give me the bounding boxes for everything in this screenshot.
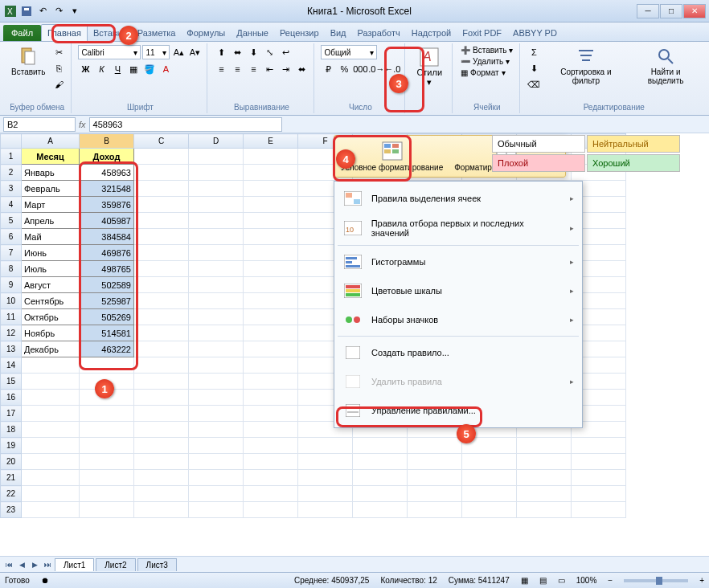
maximize-button[interactable]: □	[660, 4, 682, 18]
cell[interactable]	[22, 422, 80, 438]
cut-icon[interactable]: ✂	[51, 45, 66, 59]
cell[interactable]	[189, 197, 244, 213]
align-middle-icon[interactable]: ⬌	[230, 45, 244, 59]
row-header[interactable]: 1	[1, 149, 22, 165]
cell[interactable]: Доход	[80, 149, 134, 165]
row-header[interactable]: 9	[1, 277, 22, 293]
shrink-font-icon[interactable]: A▾	[187, 45, 202, 59]
save-icon[interactable]	[19, 4, 34, 18]
menu-color-scales[interactable]: Цветовые шкалы▸	[334, 276, 582, 305]
cell[interactable]	[298, 454, 353, 470]
cell[interactable]	[134, 502, 189, 518]
cell[interactable]	[134, 277, 189, 293]
name-box[interactable]: B2	[3, 117, 76, 132]
cell[interactable]	[189, 470, 244, 486]
cell[interactable]: Июль	[22, 261, 80, 277]
cell[interactable]	[244, 502, 298, 518]
cell[interactable]	[189, 181, 244, 197]
cell[interactable]	[134, 197, 189, 213]
cell[interactable]	[244, 293, 298, 309]
cell[interactable]	[408, 486, 462, 502]
row-header[interactable]: 19	[1, 438, 22, 454]
font-color-icon[interactable]: A	[158, 62, 173, 76]
percent-icon[interactable]: %	[337, 62, 351, 76]
decrease-indent-icon[interactable]: ⇤	[262, 62, 277, 76]
select-all-corner[interactable]	[1, 134, 22, 149]
cell[interactable]: Октябрь	[22, 309, 80, 325]
cell[interactable]	[244, 357, 298, 374]
cell[interactable]	[408, 454, 462, 470]
cell[interactable]	[517, 470, 572, 486]
cell[interactable]	[189, 165, 244, 181]
cell[interactable]	[572, 486, 626, 502]
cell[interactable]: Декабрь	[22, 341, 80, 357]
cell[interactable]	[134, 438, 189, 454]
row-header[interactable]: 7	[1, 245, 22, 261]
cell[interactable]	[244, 181, 298, 197]
tab-foxit[interactable]: Foxit PDF	[457, 25, 507, 41]
format-painter-icon[interactable]: 🖌	[51, 77, 66, 92]
redo-icon[interactable]: ↷	[51, 4, 66, 18]
cell[interactable]	[244, 422, 298, 438]
row-header[interactable]: 21	[1, 470, 22, 486]
cell[interactable]	[22, 454, 80, 470]
styles-button[interactable]: A Стили ▾	[412, 45, 447, 89]
cell[interactable]	[80, 470, 134, 486]
cell[interactable]	[572, 438, 626, 454]
comma-icon[interactable]: 000	[353, 62, 367, 76]
row-header[interactable]: 15	[1, 374, 22, 390]
cell[interactable]	[22, 357, 80, 374]
cell[interactable]	[189, 341, 244, 357]
cell[interactable]	[134, 229, 189, 245]
menu-highlight-cells[interactable]: Правила выделения ячеек▸	[334, 184, 582, 213]
currency-icon[interactable]: ₽	[321, 62, 335, 76]
cell[interactable]	[22, 406, 80, 422]
cell[interactable]: 405987	[80, 213, 134, 229]
sheet-nav-first[interactable]: ⏮	[3, 559, 14, 570]
cell[interactable]: Сентябрь	[22, 293, 80, 309]
tab-data[interactable]: Данные	[231, 25, 274, 41]
cell[interactable]: 463222	[80, 341, 134, 357]
align-right-icon[interactable]: ≡	[246, 62, 260, 76]
tab-view[interactable]: Вид	[325, 25, 352, 41]
tab-addins[interactable]: Надстрой	[406, 25, 457, 41]
menu-clear-rules[interactable]: Удалить правила▸	[334, 367, 582, 396]
cell[interactable]	[134, 390, 189, 406]
cell[interactable]	[80, 357, 134, 374]
col-header-b[interactable]: B	[80, 134, 134, 149]
cell[interactable]	[189, 149, 244, 165]
cell[interactable]	[134, 422, 189, 438]
undo-icon[interactable]: ↶	[35, 4, 50, 18]
cell[interactable]: 321548	[80, 181, 134, 197]
sheet-tab-1[interactable]: Лист1	[55, 558, 94, 571]
style-bad[interactable]: Плохой	[492, 154, 585, 172]
cell[interactable]	[189, 277, 244, 293]
tab-abbyy[interactable]: ABBYY PD	[507, 25, 563, 41]
cell[interactable]	[572, 470, 626, 486]
cell[interactable]	[189, 438, 244, 454]
cell[interactable]	[189, 374, 244, 390]
cell[interactable]	[517, 486, 572, 502]
cell[interactable]	[22, 470, 80, 486]
cell[interactable]	[134, 261, 189, 277]
row-header[interactable]: 3	[1, 181, 22, 197]
cell[interactable]	[189, 261, 244, 277]
cell[interactable]	[134, 309, 189, 325]
cell[interactable]	[244, 406, 298, 422]
style-neutral[interactable]: Нейтральный	[587, 135, 680, 153]
cell[interactable]	[462, 470, 517, 486]
fill-color-icon[interactable]: 🪣	[142, 62, 157, 76]
cell[interactable]	[244, 341, 298, 357]
cell[interactable]	[408, 438, 462, 454]
cell[interactable]	[80, 486, 134, 502]
row-header[interactable]: 10	[1, 293, 22, 309]
cell[interactable]	[22, 502, 80, 518]
cell[interactable]	[353, 470, 408, 486]
sheet-nav-prev[interactable]: ◀	[16, 559, 27, 570]
cell[interactable]	[244, 277, 298, 293]
tab-formulas[interactable]: Формулы	[181, 25, 231, 41]
copy-icon[interactable]: ⎘	[51, 61, 66, 76]
cell[interactable]	[80, 374, 134, 390]
cell[interactable]	[353, 502, 408, 518]
merge-icon[interactable]: ⬌	[294, 62, 309, 76]
